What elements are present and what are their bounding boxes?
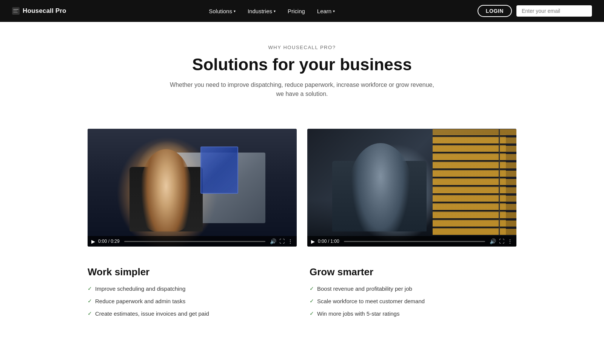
play-button-left[interactable]: ▶	[91, 239, 95, 244]
feature-work-simpler: Work simpler ✓ Improve scheduling and di…	[88, 266, 294, 318]
play-button-right[interactable]: ▶	[311, 239, 315, 244]
feature-grow-smarter: Grow smarter ✓ Boost revenue and profita…	[310, 266, 516, 318]
videos-row: ▶ 0:00 / 0:29 🔊 ⛶ ⋮ ▶ 0:00 / 1:00	[76, 129, 528, 247]
list-item: ✓ Reduce paperwork and admin tasks	[88, 297, 294, 305]
hero-section: WHY HOUSECALL PRO? Solutions for your bu…	[0, 22, 604, 114]
check-icon: ✓	[310, 310, 314, 318]
nav-solutions[interactable]: Solutions ▾	[203, 5, 241, 17]
nav-links: Solutions ▾ Industries ▾ Pricing Learn ▾	[203, 5, 340, 17]
video-controls-left: ▶ 0:00 / 0:29 🔊 ⛶ ⋮	[88, 236, 297, 247]
brand-logo[interactable]: Housecall Pro	[12, 7, 66, 15]
list-item: ✓ Scale workforce to meet customer deman…	[310, 297, 516, 305]
brand-name: Housecall Pro	[23, 7, 66, 15]
more-icon[interactable]: ⋮	[507, 238, 513, 244]
list-item: ✓ Win more jobs with 5-star ratings	[310, 310, 516, 318]
hero-title: Solutions for your business	[8, 56, 596, 74]
fullscreen-icon[interactable]: ⛶	[279, 238, 285, 244]
volume-icon[interactable]: 🔊	[270, 238, 276, 244]
video-thumbnail-right	[307, 129, 516, 247]
check-icon: ✓	[88, 285, 92, 293]
login-button[interactable]: LOGIN	[478, 5, 512, 17]
nav-industries[interactable]: Industries ▾	[242, 5, 281, 17]
hero-subtitle: Whether you need to improve dispatching,…	[170, 80, 434, 99]
chevron-down-icon: ▾	[333, 9, 335, 13]
video-controls-right-right: 🔊 ⛶ ⋮	[490, 238, 513, 244]
check-icon: ✓	[310, 298, 314, 305]
check-icon: ✓	[88, 298, 92, 305]
svg-rect-2	[13, 11, 17, 11]
more-icon[interactable]: ⋮	[288, 238, 293, 244]
progress-bar-right[interactable]	[344, 241, 485, 242]
features-row: Work simpler ✓ Improve scheduling and di…	[76, 266, 528, 340]
svg-rect-1	[13, 9, 18, 10]
video-left[interactable]: ▶ 0:00 / 0:29 🔊 ⛶ ⋮	[88, 129, 297, 247]
video-right[interactable]: ▶ 0:00 / 1:00 🔊 ⛶ ⋮	[307, 129, 516, 247]
svg-rect-3	[13, 12, 18, 13]
volume-icon[interactable]: 🔊	[490, 238, 496, 244]
chevron-down-icon: ▾	[234, 9, 236, 13]
video-time-right: 0:00 / 1:00	[318, 239, 339, 244]
video-controls-right-left: 🔊 ⛶ ⋮	[270, 238, 293, 244]
chevron-down-icon: ▾	[274, 9, 276, 13]
feature-title-right: Grow smarter	[310, 266, 516, 278]
check-icon: ✓	[310, 285, 314, 293]
list-item: ✓ Improve scheduling and dispatching	[88, 285, 294, 293]
email-input[interactable]	[516, 5, 592, 17]
nav-learn[interactable]: Learn ▾	[312, 5, 340, 17]
nav-right: LOGIN	[478, 5, 592, 17]
fullscreen-icon[interactable]: ⛶	[499, 238, 504, 244]
video-time-left: 0:00 / 0:29	[98, 239, 120, 244]
video-thumbnail-left	[88, 129, 297, 247]
hero-eyebrow: WHY HOUSECALL PRO?	[8, 45, 596, 50]
nav-pricing[interactable]: Pricing	[282, 5, 310, 17]
feature-title-left: Work simpler	[88, 266, 294, 278]
logo-icon	[12, 7, 20, 15]
feature-list-left: ✓ Improve scheduling and dispatching ✓ R…	[88, 285, 294, 318]
main-nav: Housecall Pro Solutions ▾ Industries ▾ P…	[0, 0, 604, 22]
list-item: ✓ Boost revenue and profitability per jo…	[310, 285, 516, 293]
progress-bar-left[interactable]	[124, 241, 265, 242]
feature-list-right: ✓ Boost revenue and profitability per jo…	[310, 285, 516, 318]
check-icon: ✓	[88, 310, 92, 318]
video-controls-right: ▶ 0:00 / 1:00 🔊 ⛶ ⋮	[307, 236, 516, 247]
list-item: ✓ Create estimates, issue invoices and g…	[88, 310, 294, 318]
